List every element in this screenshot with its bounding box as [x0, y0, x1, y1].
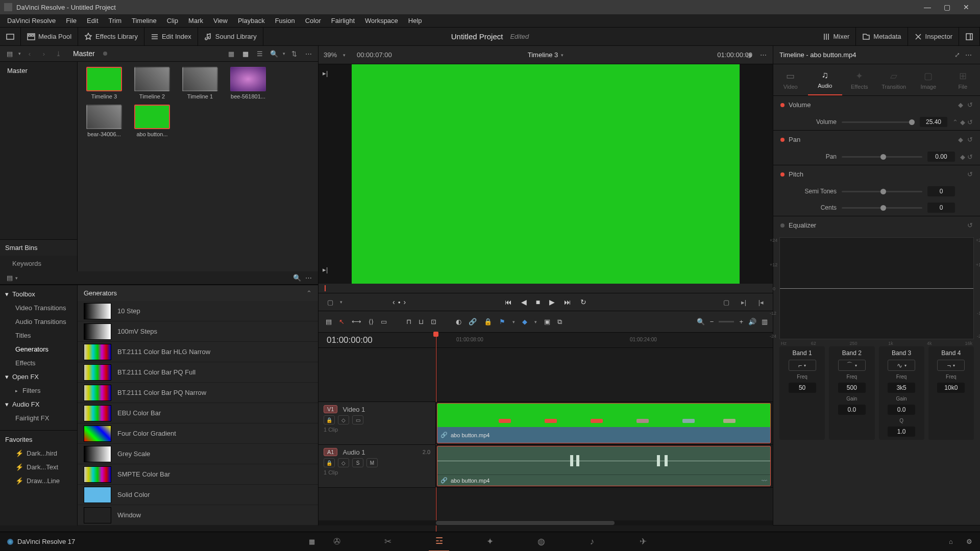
generator-item[interactable]: Grey Scale	[78, 444, 318, 464]
menu-fairlight[interactable]: Fairlight	[326, 14, 360, 28]
eq-freq-value[interactable]: 10k0	[937, 383, 965, 393]
pool-item[interactable]: abo button...	[131, 105, 174, 137]
search-icon[interactable]: 🔍	[268, 48, 280, 59]
home-icon[interactable]: ⌂	[945, 536, 957, 547]
track-disable-icon[interactable]: ▭	[352, 415, 363, 424]
viewer-left-tc[interactable]: 00:00:07:00	[357, 51, 392, 59]
smart-bins-header[interactable]: Smart Bins	[0, 239, 77, 256]
tree-audio-fx[interactable]: ▾Audio FX	[0, 397, 77, 411]
view-thumb-icon[interactable]: ▦	[226, 48, 237, 59]
viewer-scrubber[interactable]	[318, 284, 773, 293]
keyframe-icon[interactable]: ◆	[958, 136, 963, 143]
timeline-ruler[interactable]: 01:00:08:00 01:00:24:00	[436, 333, 773, 347]
semitones-slider[interactable]	[842, 191, 922, 192]
page-edit[interactable]: ☲	[429, 532, 449, 552]
trim-tool-icon[interactable]: ⟷	[352, 318, 361, 325]
tree-fairlight-fx[interactable]: Fairlight FX	[0, 411, 77, 425]
keyframe-icon[interactable]: ◆	[958, 101, 963, 109]
reset-icon[interactable]: ↺	[967, 136, 973, 143]
linked-select-icon[interactable]: ⧉	[557, 318, 562, 326]
pool-item[interactable]: bear-34006...	[83, 105, 126, 137]
next-clip-icon[interactable]: ›	[404, 298, 406, 306]
loop-icon[interactable]: ↻	[580, 298, 586, 306]
page-deliver[interactable]: ✈	[633, 532, 653, 552]
generator-item[interactable]: 100mV Steps	[78, 321, 318, 342]
zoom-out-icon[interactable]: −	[710, 318, 714, 325]
pool-thumbnail[interactable]	[86, 67, 122, 91]
generator-item[interactable]: EBU Color Bar	[78, 403, 318, 423]
eq-gain-value[interactable]: 0.0	[888, 405, 915, 415]
inspector-expand[interactable]	[959, 28, 980, 46]
close-button[interactable]: ✕	[957, 0, 976, 14]
pool-thumbnail[interactable]	[182, 67, 218, 91]
eq-q-value[interactable]: 1.0	[888, 427, 915, 437]
audio-auto-select-icon[interactable]: ◇	[338, 458, 349, 467]
overlay-toggle-icon[interactable]: ▢	[325, 296, 336, 308]
track-dest-a1[interactable]: A1	[324, 448, 337, 456]
page-fairlight[interactable]: ♪	[582, 532, 602, 552]
eq-filter-shape[interactable]: ⌒ ▾	[838, 360, 866, 371]
keyframe-icon[interactable]: ◆	[960, 153, 965, 161]
play-icon[interactable]: ▶	[549, 298, 555, 306]
tab-video[interactable]: ▭Video	[773, 64, 808, 95]
audio-clip[interactable]: 🔗abo button.mp4〰	[437, 446, 771, 486]
zoom-toggle-icon[interactable]: 🔍	[697, 318, 705, 325]
effects-collapse-icon[interactable]: ▤	[4, 272, 15, 284]
eq-band-name[interactable]: Band 1	[793, 349, 812, 357]
tree-open-fx[interactable]: ▾Open FX	[0, 370, 77, 384]
menu-workspace[interactable]: Workspace	[360, 14, 403, 28]
page-color[interactable]: ◍	[531, 532, 551, 552]
keyframe-icon[interactable]: ◆	[960, 118, 965, 126]
tab-image[interactable]: ▢Image	[911, 64, 946, 95]
page-fusion[interactable]: ✦	[480, 532, 500, 552]
view-grid-icon[interactable]: ▦	[240, 48, 251, 59]
reset-icon[interactable]: ↺	[967, 170, 973, 178]
audio-track-header[interactable]: A1 Audio 1 2.0 🔒 ◇ S M 1 Clip	[318, 445, 436, 487]
sort-icon[interactable]: ⇅	[288, 48, 300, 59]
page-cut[interactable]: ✂	[378, 532, 398, 552]
pool-item[interactable]: Timeline 3	[83, 67, 126, 99]
tree-fav-1[interactable]: ⚡ Dark...hird	[0, 446, 77, 460]
master-bin[interactable]: Master	[0, 62, 77, 80]
effects-search-icon[interactable]: 🔍	[291, 272, 303, 284]
generator-item[interactable]: Solid Color	[78, 485, 318, 505]
page-media[interactable]: ✇	[327, 532, 347, 552]
inspector-options-icon[interactable]: ⋯	[963, 49, 974, 61]
video-clip[interactable]: 🔗abo button.mp4	[437, 403, 771, 443]
menu-color[interactable]: Color	[300, 14, 326, 28]
equalizer-section[interactable]: Equalizer↺	[773, 216, 980, 234]
effects-library-toggle[interactable]: Effects Library	[78, 28, 144, 46]
prev-clip-icon[interactable]: ‹	[393, 298, 395, 306]
pan-slider[interactable]	[842, 156, 922, 158]
retime-icon[interactable]: ◐	[456, 318, 461, 325]
eq-band-name[interactable]: Band 3	[892, 349, 911, 357]
menu-view[interactable]: View	[208, 14, 233, 28]
import-icon[interactable]: ⤓	[53, 48, 64, 59]
tab-transition[interactable]: ▱Transition	[877, 64, 912, 95]
menu-fusion[interactable]: Fusion	[270, 14, 300, 28]
fade-curve-icon[interactable]: 〰	[762, 478, 767, 484]
mixer-toggle[interactable]: Mixer	[816, 28, 856, 46]
pool-thumbnail[interactable]	[86, 105, 122, 129]
insert-icon[interactable]: ⊓	[406, 318, 411, 325]
solo-button[interactable]: S	[352, 458, 363, 467]
prev-frame-icon[interactable]: |◂	[755, 296, 767, 308]
volume-section[interactable]: Volume◆ ↺	[773, 96, 980, 114]
generator-item[interactable]: BT.2111 Color Bar PQ Full	[78, 362, 318, 383]
pool-item[interactable]: Timeline 1	[179, 67, 222, 99]
track-dest-v1[interactable]: V1	[324, 405, 337, 413]
viewer[interactable]: ▸| ▸|	[318, 64, 773, 284]
media-pool-toggle[interactable]: Media Pool	[21, 28, 78, 46]
pool-item[interactable]: Timeline 2	[131, 67, 174, 99]
project-manager-icon[interactable]: ▦	[306, 536, 317, 547]
cents-slider[interactable]	[842, 207, 922, 209]
lock-icon[interactable]: 🔒	[484, 318, 492, 325]
eq-filter-shape[interactable]: ¬ ▾	[937, 360, 965, 371]
dynamic-trim-icon[interactable]: ⟨⟩	[369, 318, 374, 325]
video-track-header[interactable]: V1 Video 1 🔒 ◇ ▭ 1 Clip	[318, 402, 436, 444]
menu-trim[interactable]: Trim	[104, 14, 127, 28]
bypass-icon[interactable]: ◑	[743, 49, 754, 61]
generator-item[interactable]: BT.2111 Color Bar HLG Narrow	[78, 342, 318, 362]
tree-fav-2[interactable]: ⚡ Dark...Text	[0, 460, 77, 474]
flag-icon[interactable]: ⚑	[499, 318, 505, 325]
